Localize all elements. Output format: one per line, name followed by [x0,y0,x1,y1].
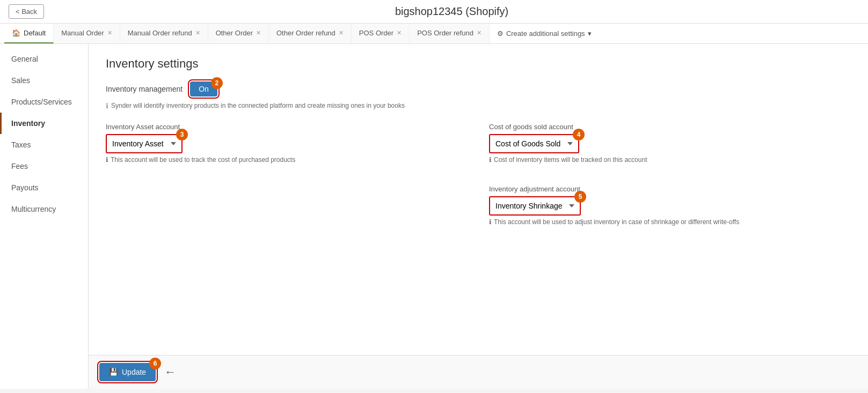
update-button[interactable]: 💾 Update [99,363,156,381]
page-title: bigshop12345 (Shopify) [44,5,859,18]
step-badge-6: 6 [149,358,161,369]
tab-other-order[interactable]: Other Order ✕ [208,24,269,43]
sidebar-item-fees[interactable]: Fees [0,155,88,177]
gear-icon: ⚙ [497,29,504,38]
inventory-asset-label: Inventory Asset account [106,123,468,131]
section-title: Inventory settings [106,57,851,71]
tabs-bar: 🏠 Default Manual Order ✕ Manual Order re… [0,24,868,44]
content-area: Inventory settings Inventory management … [89,44,868,355]
cogs-group: Cost of goods sold account Cost of Goods… [489,123,851,164]
close-icon[interactable]: ✕ [195,29,200,36]
content-wrapper: Inventory settings Inventory management … [89,44,868,389]
tab-manual-order[interactable]: Manual Order ✕ [54,24,120,43]
toggle-row: Inventory management On 2 [106,81,851,97]
info-icon: ℹ [489,218,492,226]
toggle-info-text: Synder will identify inventory products … [111,102,405,109]
inventory-asset-note: ℹ This account will be used to track the… [106,156,468,164]
chevron-down-icon: ▾ [588,29,592,38]
toggle-wrapper: On 2 [190,81,217,97]
cogs-select-wrapper: Cost of Goods Sold 4 [489,134,579,153]
step-badge-5: 5 [574,191,586,203]
sidebar-item-multicurrency[interactable]: Multicurrency [0,198,88,220]
arrow-icon: ← [164,365,176,379]
toggle-info: ℹ Synder will identify inventory product… [106,102,851,110]
close-icon[interactable]: ✕ [107,29,112,36]
sidebar-item-products-services[interactable]: Products/Services [0,91,88,113]
close-icon[interactable]: ✕ [256,29,261,36]
sidebar-item-taxes[interactable]: Taxes [0,134,88,155]
inventory-asset-select-wrapper: Inventory Asset 3 [106,134,183,153]
update-button-label: Update [122,368,146,376]
close-icon[interactable]: ✕ [397,29,402,36]
tab-default[interactable]: 🏠 Default [4,24,54,43]
adjustment-select-wrapper: Inventory Shrinkage 5 [489,196,581,216]
adjustment-group: Inventory adjustment account Inventory S… [489,185,851,226]
sidebar-item-sales[interactable]: Sales [0,70,88,91]
cogs-note: ℹ Cost of inventory items will be tracke… [489,156,851,164]
step-badge-3: 3 [176,129,188,140]
top-bar: < Back bigshop12345 (Shopify) [0,0,868,24]
cogs-label: Cost of goods sold account [489,123,851,131]
back-button[interactable]: < Back [9,4,44,19]
tab-pos-order-refund[interactable]: POS Order refund ✕ [410,24,490,43]
cogs-note-text: Cost of inventory items will be tracked … [494,156,647,164]
main-layout: General Sales Products/Services Inventor… [0,44,868,389]
fields-two-col: Inventory Asset account Inventory Asset … [106,123,851,234]
tab-manual-order-refund-label: Manual Order refund [128,29,192,37]
tab-pos-order-label: POS Order [359,29,393,37]
inventory-asset-note-text: This account will be used to track the c… [111,156,295,164]
tab-pos-order[interactable]: POS Order ✕ [352,24,410,43]
sidebar: General Sales Products/Services Inventor… [0,44,89,389]
adjustment-select[interactable]: Inventory Shrinkage [489,196,581,216]
sidebar-item-payouts[interactable]: Payouts [0,177,88,198]
cogs-select[interactable]: Cost of Goods Sold [489,134,579,153]
inventory-asset-select[interactable]: Inventory Asset [106,134,183,153]
empty-left-cell [106,185,468,234]
tab-other-order-refund[interactable]: Other Order refund ✕ [269,24,352,43]
adjustment-note: ℹ This account will be used to adjust in… [489,218,851,226]
save-icon: 💾 [109,368,118,376]
info-icon: ℹ [106,156,108,164]
home-icon: 🏠 [12,29,20,37]
update-btn-wrapper: 💾 Update 6 [99,363,156,381]
adjustment-label: Inventory adjustment account [489,185,851,193]
tab-pos-order-refund-label: POS Order refund [417,29,473,37]
inventory-asset-group: Inventory Asset account Inventory Asset … [106,123,468,164]
sidebar-item-inventory[interactable]: Inventory [0,113,88,134]
close-icon[interactable]: ✕ [339,29,344,36]
adjustment-note-text: This account will be used to adjust inve… [494,218,739,226]
toggle-label: Inventory management [106,85,183,93]
tab-other-order-refund-label: Other Order refund [276,29,335,37]
create-additional-settings-tab[interactable]: ⚙ Create additional settings ▾ [490,24,599,43]
step-badge-2: 2 [211,77,223,89]
tab-manual-order-label: Manual Order [61,29,104,37]
bottom-bar: 💾 Update 6 ← [89,355,868,389]
tab-other-order-label: Other Order [216,29,253,37]
close-icon[interactable]: ✕ [477,29,482,36]
info-icon: ℹ [489,156,492,164]
step-badge-4: 4 [573,129,585,140]
tab-manual-order-refund[interactable]: Manual Order refund ✕ [120,24,208,43]
info-icon: ℹ [106,102,108,110]
sidebar-item-general[interactable]: General [0,48,88,70]
tab-default-label: Default [24,29,46,37]
create-tab-label: Create additional settings [506,29,585,38]
